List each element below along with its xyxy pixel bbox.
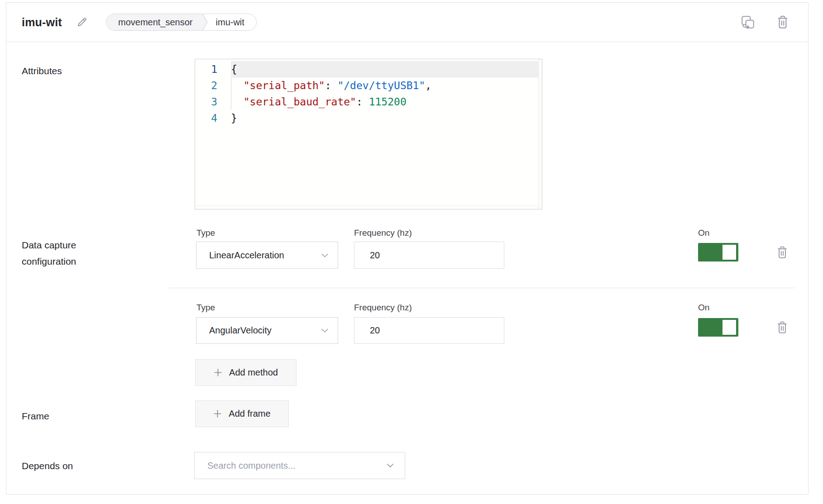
duplicate-icon <box>741 15 755 29</box>
component-card: imu-wit movement_sensor imu-wit <box>6 2 809 494</box>
add-frame-button[interactable]: Add frame <box>195 400 289 427</box>
editor-vertical-scrollbar[interactable] <box>538 59 542 209</box>
editor-gutter: 1 2 3 4 <box>195 61 231 126</box>
delete-capture-method-button[interactable] <box>775 319 790 336</box>
attributes-label: Attributes <box>22 63 62 79</box>
pencil-icon <box>76 16 88 28</box>
code-line: { <box>231 61 538 77</box>
line-number: 1 <box>195 61 231 77</box>
frequency-input[interactable] <box>354 242 504 269</box>
depends-on-label: Depends on <box>22 458 73 474</box>
plus-icon <box>213 409 222 418</box>
breadcrumb: movement_sensor imu-wit <box>106 14 257 31</box>
trash-icon <box>776 321 788 334</box>
plus-icon <box>214 368 222 377</box>
type-label: Type <box>196 228 215 238</box>
add-method-button[interactable]: Add method <box>195 359 297 386</box>
line-number: 2 <box>195 77 231 94</box>
code-line: "serial_baud_rate": 115200 <box>231 94 538 110</box>
line-number: 3 <box>195 94 231 110</box>
data-capture-label: Data capture configuration <box>22 237 124 270</box>
capture-type-select[interactable]: LinearAcceleration <box>196 242 338 269</box>
chevron-down-icon <box>387 463 394 468</box>
frequency-label: Frequency (hz) <box>354 228 412 238</box>
frame-label: Frame <box>22 408 49 424</box>
toggle-knob <box>723 320 736 335</box>
delete-capture-method-button[interactable] <box>775 244 790 261</box>
toggle-label: On <box>698 303 709 313</box>
component-config-page: imu-wit movement_sensor imu-wit <box>0 0 823 504</box>
duplicate-component-button[interactable] <box>740 14 756 30</box>
capture-type-select[interactable]: AngularVelocity <box>196 317 338 344</box>
toggle-label: On <box>698 228 709 238</box>
breadcrumb-chevron-icon <box>202 14 209 31</box>
depends-on-combobox[interactable] <box>194 452 405 479</box>
editor-code-content[interactable]: { "serial_path": "/dev/ttyUSB1", "serial… <box>231 61 538 126</box>
trash-icon <box>776 246 788 259</box>
rename-button[interactable] <box>74 14 90 30</box>
chevron-down-icon <box>321 253 329 258</box>
capture-on-toggle[interactable] <box>698 243 738 262</box>
toggle-knob <box>723 245 736 260</box>
component-name-title: imu-wit <box>22 16 62 29</box>
breadcrumb-type: movement_sensor <box>106 14 202 30</box>
delete-component-button[interactable] <box>775 14 791 30</box>
frequency-input[interactable] <box>354 317 504 344</box>
trash-icon <box>776 15 789 29</box>
capture-on-toggle[interactable] <box>698 318 738 337</box>
frequency-label: Frequency (hz) <box>354 303 412 313</box>
code-line: "serial_path": "/dev/ttyUSB1", <box>231 77 538 94</box>
code-line: } <box>231 110 538 126</box>
capture-row-divider <box>168 288 795 288</box>
card-header: imu-wit movement_sensor imu-wit <box>6 3 808 42</box>
editor-horizontal-scrollbar[interactable] <box>195 205 538 209</box>
line-number: 4 <box>195 110 231 126</box>
breadcrumb-name: imu-wit <box>209 14 256 30</box>
indent-guide <box>231 77 231 110</box>
chevron-down-icon <box>321 328 329 333</box>
type-label: Type <box>196 303 215 313</box>
attributes-json-editor[interactable]: 1 2 3 4 { "serial_path": "/dev/ttyUSB1",… <box>195 59 542 209</box>
search-components-input[interactable] <box>207 461 387 471</box>
